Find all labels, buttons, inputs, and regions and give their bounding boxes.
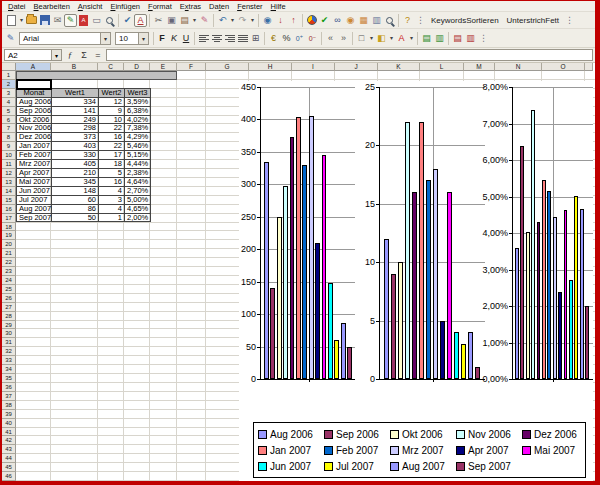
active-cell-a2[interactable] (16, 79, 52, 90)
row-header-30[interactable]: 30 (2, 329, 16, 338)
row-header-29[interactable]: 29 (2, 321, 16, 330)
table-cell[interactable]: 334 (52, 97, 99, 106)
table-cell[interactable]: 60 (52, 195, 99, 204)
row-header-37[interactable]: 37 (2, 392, 16, 401)
select-all-corner[interactable] (2, 63, 16, 71)
table-cell[interactable]: 4 (99, 204, 125, 213)
row-header-46[interactable]: 46 (2, 472, 16, 481)
column-header-O[interactable]: O (542, 63, 585, 71)
table-cell[interactable]: 141 (52, 106, 99, 115)
table-cell[interactable]: 148 (52, 186, 99, 195)
row-header-16[interactable]: 16 (2, 205, 16, 214)
row-header-24[interactable]: 24 (2, 276, 16, 285)
column-header-N[interactable]: N (495, 63, 542, 71)
table-cell[interactable]: Jun 2007 (17, 186, 52, 195)
custom-button-keywordssortieren[interactable]: KeywordsSortieren (427, 16, 503, 25)
table-cell[interactable]: Jul 2007 (17, 195, 52, 204)
column-header-L[interactable]: L (420, 63, 464, 71)
data-sources-icon[interactable]: ▥ (370, 14, 383, 27)
table-header-cell[interactable]: Wert3 (125, 88, 151, 97)
menu-format[interactable]: Format (144, 2, 176, 11)
menu-fenster[interactable]: Fenster (233, 2, 266, 11)
row-header-15[interactable]: 15 (2, 196, 16, 205)
cut-icon[interactable]: ✂ (152, 14, 165, 27)
table-cell[interactable]: 22 (99, 142, 125, 151)
table-cell[interactable]: 16 (99, 133, 125, 142)
row-header-11[interactable]: 11 (2, 160, 16, 169)
row-header-32[interactable]: 32 (2, 347, 16, 356)
row-header-19[interactable]: 19 (2, 231, 16, 240)
spellcheck-icon[interactable]: ✔ (121, 14, 134, 27)
underline-button[interactable]: U (180, 32, 192, 45)
row-header-2[interactable]: 2 (2, 80, 16, 89)
font-name-dropdown-icon[interactable]: ▾ (100, 33, 110, 44)
paste-dropdown-icon[interactable]: ▾ (191, 14, 198, 27)
redo-dropdown-icon[interactable]: ▾ (249, 14, 256, 27)
table-cell[interactable]: 4 (99, 186, 125, 195)
table-cell[interactable]: Dez 2006 (17, 133, 52, 142)
row-header-4[interactable]: 4 (2, 98, 16, 107)
table-cell[interactable]: 373 (52, 133, 99, 142)
check-icon[interactable]: ✔ (318, 14, 331, 27)
table-cell[interactable]: 5,46% (125, 142, 151, 151)
row-header-35[interactable]: 35 (2, 374, 16, 383)
table-cell[interactable]: Jan 2007 (17, 142, 52, 151)
table-cell[interactable]: 403 (52, 142, 99, 151)
row-header-36[interactable]: 36 (2, 383, 16, 392)
column-header-C[interactable]: C (98, 63, 124, 71)
toolbar-overflow-icon[interactable]: ⋮ (563, 14, 576, 27)
column-header-B[interactable]: B (51, 63, 98, 71)
table-cell[interactable]: 5,15% (125, 151, 151, 160)
insert-row-icon[interactable]: ▤ (420, 32, 433, 45)
menu-datei[interactable]: Datei (4, 2, 30, 11)
font-name-combo[interactable]: Arial ▾ (19, 32, 111, 45)
table-cell[interactable]: Sep 2007 (17, 213, 52, 222)
align-justify-icon[interactable] (236, 32, 249, 45)
background-color-icon[interactable]: ◧ (375, 32, 388, 45)
navigator-icon[interactable]: ◉ (344, 14, 357, 27)
insert-column-icon[interactable]: ▥ (433, 32, 446, 45)
column-header-D[interactable]: D (124, 63, 150, 71)
toolbar-overflow-icon[interactable]: ⋮ (477, 32, 490, 45)
table-cell[interactable]: Nov 2006 (17, 124, 52, 133)
table-cell[interactable]: Sep 2006 (17, 106, 52, 115)
table-cell[interactable]: 5,00% (125, 195, 151, 204)
column-header-A[interactable]: A (16, 63, 51, 71)
table-cell[interactable]: 18 (99, 160, 125, 169)
export-pdf-icon[interactable]: A (77, 14, 90, 27)
table-cell[interactable]: 7,38% (125, 124, 151, 133)
row-header-33[interactable]: 33 (2, 356, 16, 365)
table-cell[interactable]: 12 (99, 97, 125, 106)
table-cell[interactable]: 298 (52, 124, 99, 133)
row-header-3[interactable]: 3 (2, 89, 16, 98)
row-header-31[interactable]: 31 (2, 338, 16, 347)
font-color-icon[interactable]: A (395, 32, 408, 45)
table-cell[interactable]: 22 (99, 124, 125, 133)
table-cell[interactable]: 3,59% (125, 97, 151, 106)
font-color-dropdown-icon[interactable]: ▾ (408, 32, 415, 45)
table-cell[interactable]: 2,70% (125, 186, 151, 195)
row-header-6[interactable]: 6 (2, 116, 16, 125)
hyperlink-icon[interactable]: ◉ (261, 14, 274, 27)
table-header-cell[interactable]: Wert2 (99, 88, 125, 97)
row-header-26[interactable]: 26 (2, 294, 16, 303)
table-cell[interactable]: 1 (99, 213, 125, 222)
name-box[interactable]: A2 ▾ (4, 49, 62, 61)
undo-icon[interactable]: ↶ (216, 14, 229, 27)
save-icon[interactable] (38, 14, 51, 27)
row-header-40[interactable]: 40 (2, 419, 16, 428)
borders-icon[interactable]: □ (355, 32, 368, 45)
find-replace-icon[interactable]: ∞ (331, 14, 344, 27)
format-paintbrush-icon[interactable]: ✎ (198, 14, 211, 27)
row-header-14[interactable]: 14 (2, 187, 16, 196)
styles-icon[interactable]: ✎ (4, 32, 17, 45)
align-right-icon[interactable] (223, 32, 236, 45)
edit-mode-icon[interactable]: ✎ (64, 14, 77, 27)
table-cell[interactable]: 210 (52, 168, 99, 177)
row-header-10[interactable]: 10 (2, 151, 16, 160)
add-decimal-icon[interactable]: 0⁺ (293, 32, 306, 45)
percent-icon[interactable]: % (280, 32, 293, 45)
table-cell[interactable]: 17 (99, 151, 125, 160)
row-header-7[interactable]: 7 (2, 124, 16, 133)
charts-area[interactable]: 05010015020025030035040045005101520250,0… (239, 81, 593, 481)
